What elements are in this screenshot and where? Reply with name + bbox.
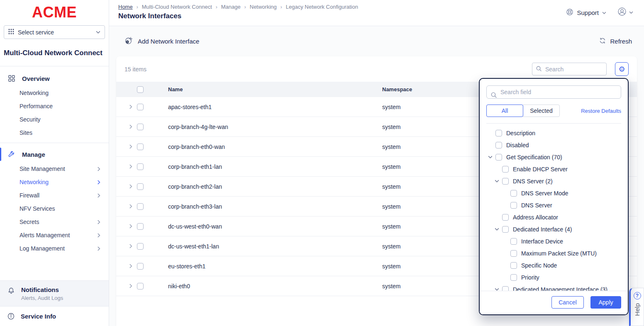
field-checkbox[interactable] [502,226,509,233]
cell-name[interactable]: niki-eth0 [156,283,382,290]
cell-name[interactable]: corp-branch-eth1-lan [156,163,382,170]
chevron-down-icon[interactable] [495,287,502,291]
row-checkbox[interactable] [137,263,144,270]
chevron-down-icon[interactable] [488,155,495,159]
row-expand-icon[interactable] [124,124,137,129]
cell-name[interactable]: dc-us-west-eth0-wan [156,223,382,230]
sidebar-item-sites[interactable]: Sites [0,126,109,139]
sidebar-item-networking[interactable]: Networking [0,175,109,189]
cancel-button[interactable]: Cancel [551,296,584,309]
cell-name[interactable]: apac-stores-eth1 [156,104,382,110]
field-tree-item[interactable]: Get Specification (70) [486,151,621,163]
row-expand-icon[interactable] [124,224,137,229]
sidebar-item-networking[interactable]: Networking [0,86,109,100]
sidebar-item-service-info[interactable]: Service Info [0,306,109,326]
sidebar-item-firewall[interactable]: Firewall [0,189,109,202]
row-checkbox[interactable] [137,104,144,110]
sidebar-section-manage[interactable]: Manage [0,146,109,162]
chevron-down-icon[interactable] [495,227,502,231]
apply-button[interactable]: Apply [590,296,621,309]
breadcrumb-item[interactable]: Multi-Cloud Network Connect [142,4,212,10]
field-checkbox[interactable] [502,286,509,291]
field-checkbox[interactable] [510,250,517,257]
field-checkbox[interactable] [502,214,509,221]
breadcrumb-item[interactable]: Networking [250,4,277,10]
field-checkbox[interactable] [510,190,517,197]
field-checkbox[interactable] [502,178,509,185]
cell-name[interactable]: eu-stores-eth1 [156,263,382,270]
field-tree-item[interactable]: Specific Node [486,259,621,271]
tab-selected[interactable]: Selected [523,105,560,117]
row-expand-icon[interactable] [124,105,137,109]
sidebar-item-log-management[interactable]: Log Management [0,242,109,255]
row-checkbox[interactable] [137,223,144,230]
field-tree-item[interactable]: Address Allocator [486,211,621,223]
field-tree-item[interactable]: Disabled [486,139,621,151]
field-checkbox[interactable] [495,154,502,161]
cell-name[interactable]: corp-branch-eth2-lan [156,183,382,190]
sidebar-item-security[interactable]: Security [0,113,109,126]
field-checkbox[interactable] [495,130,502,136]
row-checkbox[interactable] [137,144,144,150]
field-checkbox[interactable] [510,202,517,209]
cell-name[interactable]: corp-branch-eth3-lan [156,203,382,210]
sidebar-item-performance[interactable]: Performance [0,100,109,113]
sidebar-section-overview[interactable]: Overview [0,71,109,86]
cell-name[interactable]: corp-branch-4g-lte-wan [156,124,382,130]
field-tree-item[interactable]: Dedicated Management Interface (3) [486,283,621,291]
field-checkbox[interactable] [495,142,502,148]
column-settings-button[interactable]: ⚙ [615,62,629,76]
sidebar-item-notifications[interactable]: Notifications Alerts, Audit Logs [0,280,109,306]
field-label: DNS Server [521,202,552,209]
field-tree-item[interactable]: Description [486,127,621,139]
cell-name[interactable]: corp-branch-eth0-wan [156,144,382,150]
field-tree-item[interactable]: DNS Server (2) [486,175,621,187]
field-checkbox[interactable] [510,238,517,245]
chevron-down-icon[interactable] [495,179,502,183]
tab-all[interactable]: All [486,105,523,117]
breadcrumb-item[interactable]: Manage [221,4,241,10]
add-network-interface-button[interactable]: Add Network Interface [124,36,199,46]
refresh-button[interactable]: Refresh [599,37,632,45]
row-checkbox[interactable] [137,183,144,190]
select-all-checkbox[interactable] [137,86,144,93]
table-search-input[interactable] [532,63,607,75]
sidebar-item-nfv-services[interactable]: NFV Services [0,202,109,215]
service-selector[interactable]: Select service [4,25,105,39]
row-checkbox[interactable] [137,203,144,210]
field-tree-item[interactable]: Interface Device [486,235,621,247]
row-expand-icon[interactable] [124,264,137,268]
cell-name[interactable]: dc-us-west-eth1-lan [156,243,382,250]
breadcrumb-item[interactable]: Legacy Network Configuration [286,4,358,10]
help-tab[interactable]: ? Help [629,288,644,326]
sidebar-item-alerts-management[interactable]: Alerts Management [0,229,109,242]
row-checkbox[interactable] [137,283,144,290]
row-expand-icon[interactable] [124,204,137,209]
sidebar-item-site-management[interactable]: Site Management [0,162,109,175]
restore-defaults-link[interactable]: Restore Defaults [581,108,621,114]
row-expand-icon[interactable] [124,144,137,149]
row-expand-icon[interactable] [124,284,137,288]
row-checkbox[interactable] [137,163,144,170]
row-checkbox[interactable] [137,243,144,250]
field-tree-item[interactable]: Dedicated Interface (4) [486,223,621,235]
row-expand-icon[interactable] [124,184,137,189]
field-tree-item[interactable]: Maximum Packet Size (MTU) [486,247,621,259]
support-menu[interactable]: Support [566,8,606,17]
sidebar-item-secrets[interactable]: Secrets [0,215,109,229]
row-checkbox[interactable] [137,124,144,130]
breadcrumb-item[interactable]: Home [118,4,133,10]
field-label: Specific Node [521,262,557,269]
field-tree-item[interactable]: Priority [486,271,621,283]
row-expand-icon[interactable] [124,244,137,248]
field-checkbox[interactable] [510,262,517,269]
account-menu[interactable] [617,7,633,18]
field-checkbox[interactable] [502,166,509,173]
row-expand-icon[interactable] [124,164,137,169]
field-tree-item[interactable]: DNS Server Mode [486,187,621,199]
field-search-input[interactable] [486,85,621,99]
field-tree-item[interactable]: DNS Server [486,199,621,211]
field-tree-item[interactable]: Enable DHCP Server [486,163,621,175]
column-header-name[interactable]: Name [156,86,382,92]
field-checkbox[interactable] [510,274,517,281]
